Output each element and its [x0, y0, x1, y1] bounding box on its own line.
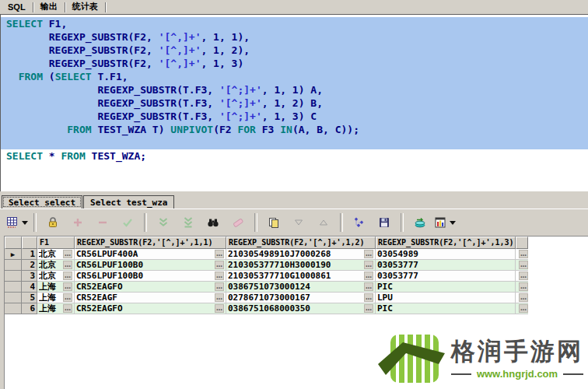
- row-number-cell[interactable]: 1: [22, 249, 37, 260]
- column-header-c3[interactable]: REGEXP_SUBSTR(F2,'[^,]+',1,2): [226, 237, 376, 249]
- chevron-double-down-button[interactable]: [152, 212, 175, 233]
- row-indicator-cell[interactable]: [5, 282, 22, 293]
- sql-line[interactable]: SELECT F1,: [1, 17, 588, 30]
- chevron-double-down-line-button[interactable]: [177, 212, 200, 233]
- sort-tree-button[interactable]: [348, 212, 371, 233]
- row-number-cell[interactable]: 3: [22, 271, 37, 282]
- ellipsis-button[interactable]: …: [215, 282, 224, 291]
- cell-stub[interactable]: …: [516, 293, 528, 303]
- ellipsis-button[interactable]: …: [519, 304, 528, 313]
- row-number-cell[interactable]: 6: [22, 303, 37, 314]
- sql-line[interactable]: [1, 136, 588, 149]
- ellipsis-button[interactable]: …: [215, 250, 224, 258]
- cell-c4[interactable]: PIC: [376, 282, 516, 293]
- row-indicator-cell[interactable]: [5, 293, 22, 303]
- column-header-stub[interactable]: [516, 237, 528, 249]
- ellipsis-button[interactable]: …: [63, 304, 72, 313]
- row-number-cell[interactable]: 4: [22, 282, 37, 293]
- cell-c3[interactable]: 210305377710H3000190…: [226, 260, 376, 271]
- cell-stub[interactable]: …: [516, 271, 528, 282]
- sql-line[interactable]: FROM TEST_WZA T) UNPIVOT(F2 FOR F3 IN(A,…: [1, 123, 588, 136]
- row-indicator-cell[interactable]: [5, 271, 22, 282]
- cell-c3[interactable]: 0386751073000124…: [226, 282, 376, 293]
- sql-line[interactable]: REGEXP_SUBSTR(T.F3, '[^;]+', 1, 2) B,: [1, 96, 588, 110]
- cell-c4[interactable]: PIC: [376, 303, 516, 314]
- triangle-down-button[interactable]: [287, 212, 310, 233]
- cell-f1[interactable]: 北京…: [37, 260, 75, 271]
- ellipsis-button[interactable]: …: [63, 272, 72, 280]
- sql-line[interactable]: REGEXP_SUBSTR(F2, '[^,]+', 1, 2),: [1, 44, 588, 57]
- lock-button[interactable]: [41, 212, 65, 233]
- db-refresh-button[interactable]: [408, 212, 432, 233]
- cell-f1[interactable]: 北京…: [37, 249, 75, 260]
- ellipsis-button[interactable]: …: [519, 293, 528, 302]
- cell-c3[interactable]: 0386751068000350…: [226, 303, 376, 314]
- cell-f1[interactable]: 上海…: [37, 282, 75, 293]
- row-number-cell[interactable]: 5: [22, 293, 37, 303]
- sql-line[interactable]: REGEXP_SUBSTR(F2, '[^,]+', 1, 1),: [1, 30, 588, 44]
- column-header-c2[interactable]: REGEXP_SUBSTR(F2,'[^,]+',1,1): [75, 237, 226, 249]
- tab-sql[interactable]: SQL: [3, 2, 33, 13]
- bar-chart-button[interactable]: [433, 212, 457, 233]
- row-indicator-cell[interactable]: ▶: [5, 249, 22, 260]
- ellipsis-button[interactable]: …: [364, 261, 373, 269]
- row-indicator-cell[interactable]: [5, 303, 22, 314]
- cell-c2[interactable]: CR56LPUF100B0…: [75, 271, 226, 282]
- cell-stub[interactable]: …: [516, 260, 528, 271]
- ellipsis-button[interactable]: …: [215, 261, 224, 269]
- cell-f1[interactable]: 上海…: [37, 303, 75, 314]
- ellipsis-button[interactable]: …: [519, 282, 528, 291]
- row-number-cell[interactable]: 2: [22, 260, 37, 271]
- tab-统计表[interactable]: 统计表: [68, 0, 105, 14]
- row-indicator-cell[interactable]: [5, 260, 22, 271]
- binoculars-button[interactable]: [201, 212, 225, 233]
- ellipsis-button[interactable]: …: [63, 282, 72, 291]
- minus-button[interactable]: [91, 212, 114, 233]
- cell-stub[interactable]: …: [516, 249, 528, 260]
- cell-c4[interactable]: LPU: [376, 293, 516, 303]
- ellipsis-button[interactable]: …: [519, 261, 528, 269]
- grid-view-button[interactable]: [5, 212, 29, 233]
- copy-pages-button[interactable]: [262, 212, 285, 233]
- cell-f1[interactable]: 北京…: [37, 271, 75, 282]
- cell-c3[interactable]: 0278671073000167…: [226, 293, 376, 303]
- sql-line[interactable]: REGEXP_SUBSTR(F2, '[^,]+', 1, 3): [1, 57, 588, 70]
- ellipsis-button[interactable]: …: [364, 304, 373, 313]
- cell-c2[interactable]: CR56LPUF400A…: [75, 249, 226, 260]
- cell-c4[interactable]: 03054989: [376, 249, 516, 260]
- triangle-up-button[interactable]: [312, 212, 335, 233]
- eraser-button[interactable]: [226, 212, 250, 233]
- ellipsis-button[interactable]: …: [364, 282, 373, 291]
- ellipsis-button[interactable]: …: [519, 272, 528, 280]
- plus-button[interactable]: [66, 212, 89, 233]
- cell-c2[interactable]: CR52EAGFO…: [75, 282, 226, 293]
- ellipsis-button[interactable]: …: [364, 250, 373, 258]
- cell-c3[interactable]: 210305498910J7000268…: [226, 249, 376, 260]
- cell-c4[interactable]: 03053777: [376, 260, 516, 271]
- result-tab-select-select[interactable]: Select select: [2, 195, 82, 209]
- column-header-f1[interactable]: F1: [37, 237, 75, 249]
- cell-c2[interactable]: CR52EAGFO…: [75, 303, 226, 314]
- cell-stub[interactable]: …: [516, 282, 528, 293]
- column-header-num[interactable]: [22, 237, 37, 249]
- sql-line[interactable]: REGEXP_SUBSTR(T.F3, '[^;]+', 1, 1) A,: [1, 83, 588, 96]
- cell-c2[interactable]: CR56LPUF100B0…: [75, 260, 226, 271]
- sql-editor[interactable]: SELECT F1, REGEXP_SUBSTR(F2, '[^,]+', 1,…: [0, 14, 588, 191]
- ellipsis-button[interactable]: …: [364, 293, 373, 302]
- sql-line[interactable]: SELECT * FROM TEST_WZA;: [1, 149, 588, 163]
- ellipsis-button[interactable]: …: [364, 272, 373, 280]
- cell-stub[interactable]: …: [516, 303, 528, 314]
- sql-line[interactable]: FROM (SELECT T.F1,: [1, 70, 588, 83]
- ellipsis-button[interactable]: …: [63, 250, 72, 258]
- sql-line[interactable]: REGEXP_SUBSTR(T.F3, '[^;]+', 1, 3) C: [1, 110, 588, 123]
- cell-f1[interactable]: 上海…: [37, 293, 75, 303]
- ellipsis-button[interactable]: …: [63, 293, 72, 302]
- tab-输出[interactable]: 输出: [36, 0, 65, 14]
- ellipsis-button[interactable]: …: [519, 250, 528, 258]
- result-tab-select-test_wza[interactable]: Select test_wza: [83, 195, 174, 209]
- check-button[interactable]: [116, 212, 139, 233]
- column-header-ind[interactable]: [5, 237, 22, 249]
- cell-c4[interactable]: 03053777: [376, 271, 516, 282]
- cell-c2[interactable]: CR52EAGF…: [75, 293, 226, 303]
- ellipsis-button[interactable]: …: [63, 261, 72, 269]
